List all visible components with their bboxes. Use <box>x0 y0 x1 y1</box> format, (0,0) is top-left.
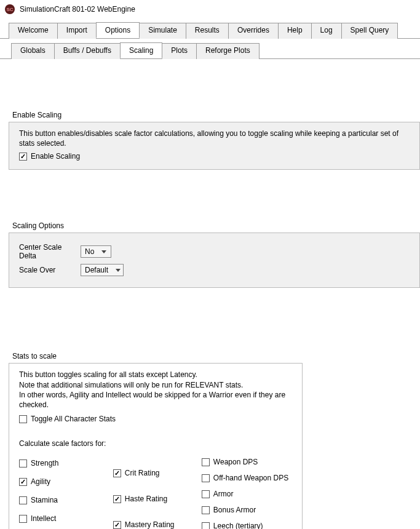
stat-checkbox[interactable] <box>202 506 210 514</box>
stats-to-scale-box: This button toggles scaling for all stat… <box>9 363 303 529</box>
stat-off-hand-weapon-dps[interactable]: Off-hand Weapon DPS <box>202 474 293 482</box>
tab-results[interactable]: Results <box>186 23 229 39</box>
toggle-all-stats-row[interactable]: Toggle All Character Stats <box>19 415 293 423</box>
tab-overrides[interactable]: Overrides <box>228 23 279 39</box>
stat-checkbox[interactable] <box>19 515 27 523</box>
stat-checkbox[interactable] <box>113 495 121 503</box>
stats-to-scale-title: Stats to scale <box>12 352 420 360</box>
stat-checkbox[interactable] <box>202 490 210 498</box>
stats-to-scale-section: Stats to scale This button toggles scali… <box>9 352 420 529</box>
stat-strength[interactable]: Strength <box>19 459 95 467</box>
center-scale-delta-select[interactable]: No <box>81 245 111 258</box>
window-title: SimulationCraft 801-02 WebEngine <box>20 5 135 14</box>
stat-label: Weapon DPS <box>213 458 258 466</box>
stat-crit-rating[interactable]: Crit Rating <box>113 469 183 477</box>
enable-scaling-section: Enable Scaling This button enables/disab… <box>9 111 420 170</box>
stat-checkbox[interactable] <box>113 469 121 477</box>
stat-checkbox[interactable] <box>19 459 27 467</box>
stat-label: Stamina <box>31 496 58 504</box>
enable-scaling-checkbox[interactable] <box>19 153 27 161</box>
stat-checkbox[interactable] <box>19 496 27 504</box>
toggle-all-stats-label: Toggle All Character Stats <box>31 415 116 423</box>
stat-label: Intellect <box>31 514 56 523</box>
scaling-options-box: Center Scale Delta No Scale Over Default <box>9 233 420 288</box>
center-scale-delta-label: Center Scale Delta <box>19 243 81 260</box>
stat-label: Haste Rating <box>125 495 167 503</box>
calc-scale-factors-header: Calculate scale factors for: <box>19 439 293 448</box>
app-icon: SC <box>5 4 15 14</box>
stat-haste-rating[interactable]: Haste Rating <box>113 495 183 503</box>
tab-simulate[interactable]: Simulate <box>139 23 186 39</box>
stat-checkbox[interactable] <box>202 474 210 482</box>
tab-log[interactable]: Log <box>311 23 342 39</box>
tab-welcome[interactable]: Welcome <box>9 23 58 39</box>
stat-bonus-armor[interactable]: Bonus Armor <box>202 506 293 514</box>
stat-label: Bonus Armor <box>213 506 256 514</box>
center-scale-delta-value: No <box>85 247 94 256</box>
scale-over-value: Default <box>85 266 108 274</box>
chevron-down-icon <box>101 250 106 253</box>
stat-checkbox[interactable] <box>19 478 27 486</box>
stat-label: Mastery Rating <box>125 520 175 529</box>
stat-agility[interactable]: Agility <box>19 477 95 486</box>
enable-scaling-title: Enable Scaling <box>12 111 420 119</box>
stat-stamina[interactable]: Stamina <box>19 496 95 504</box>
enable-scaling-checkbox-row[interactable]: Enable Scaling <box>19 152 411 161</box>
subtab-globals[interactable]: Globals <box>11 43 55 59</box>
tab-help[interactable]: Help <box>278 23 312 39</box>
stat-checkbox[interactable] <box>113 521 121 529</box>
stat-column-1: StrengthAgilityStaminaIntellectSpell Pow… <box>19 454 95 529</box>
stat-label: Armor <box>213 490 234 498</box>
toggle-all-stats-checkbox[interactable] <box>19 415 27 423</box>
stat-checkbox[interactable] <box>202 458 210 466</box>
stat-label: Agility <box>31 477 50 486</box>
stat-armor[interactable]: Armor <box>202 490 293 498</box>
main-tabs: WelcomeImportOptionsSimulateResultsOverr… <box>0 22 420 39</box>
tab-import[interactable]: Import <box>57 23 97 39</box>
enable-scaling-box: This button enables/disables scale facto… <box>9 122 420 170</box>
stat-column-2: Crit RatingHaste RatingMastery RatingVer… <box>113 454 183 529</box>
stat-leech-tertiary-[interactable]: Leech (tertiary) <box>202 522 293 529</box>
enable-scaling-desc: This button enables/disables scale facto… <box>19 129 411 148</box>
subtab-buffs-debuffs[interactable]: Buffs / Debuffs <box>54 43 121 59</box>
scaling-options-section: Scaling Options Center Scale Delta No Sc… <box>9 221 420 288</box>
scaling-options-title: Scaling Options <box>12 221 420 230</box>
tab-spell-query[interactable]: Spell Query <box>341 23 398 39</box>
stats-to-scale-desc: This button toggles scaling for all stat… <box>19 370 293 410</box>
tab-options[interactable]: Options <box>96 22 140 38</box>
subtab-scaling[interactable]: Scaling <box>120 42 162 58</box>
stat-label: Strength <box>31 459 58 467</box>
stat-column-3: Weapon DPSOff-hand Weapon DPSArmorBonus … <box>202 454 293 529</box>
enable-scaling-checkbox-label: Enable Scaling <box>31 152 80 161</box>
stat-mastery-rating[interactable]: Mastery Rating <box>113 520 183 529</box>
scale-over-label: Scale Over <box>19 266 81 274</box>
stat-label: Leech (tertiary) <box>213 522 263 529</box>
stat-label: Off-hand Weapon DPS <box>213 474 288 482</box>
stat-weapon-dps[interactable]: Weapon DPS <box>202 458 293 466</box>
scale-over-select[interactable]: Default <box>81 264 124 276</box>
stat-label: Crit Rating <box>125 469 160 477</box>
subtab-reforge-plots[interactable]: Reforge Plots <box>196 43 260 59</box>
chevron-down-icon <box>116 269 121 272</box>
sub-tabs: GlobalsBuffs / DebuffsScalingPlotsReforg… <box>0 42 420 59</box>
stat-checkbox[interactable] <box>202 522 210 529</box>
titlebar: SC SimulationCraft 801-02 WebEngine <box>0 0 420 18</box>
subtab-plots[interactable]: Plots <box>162 43 197 59</box>
stat-intellect[interactable]: Intellect <box>19 514 95 523</box>
